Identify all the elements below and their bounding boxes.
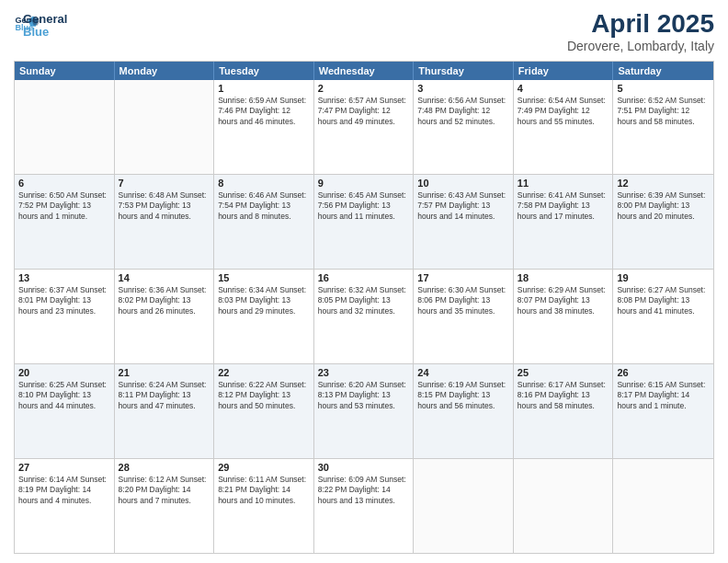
day-cell-4-2: 29Sunrise: 6:11 AM Sunset: 8:21 PM Dayli… [214, 459, 314, 553]
day-cell-4-4 [414, 459, 514, 553]
header-saturday: Saturday [613, 62, 713, 80]
day-number-21: 21 [119, 367, 210, 378]
week-row-3: 20Sunrise: 6:25 AM Sunset: 8:10 PM Dayli… [15, 363, 713, 458]
day-cell-1-6: 12Sunrise: 6:39 AM Sunset: 8:00 PM Dayli… [613, 175, 713, 269]
week-row-1: 6Sunrise: 6:50 AM Sunset: 7:52 PM Daylig… [15, 174, 713, 269]
day-number-5: 5 [617, 83, 710, 94]
day-cell-0-1 [115, 80, 215, 174]
day-number-13: 13 [18, 272, 110, 283]
day-cell-2-3: 16Sunrise: 6:32 AM Sunset: 8:05 PM Dayli… [314, 270, 415, 363]
day-number-17: 17 [417, 272, 509, 283]
day-number-9: 9 [318, 178, 410, 189]
day-cell-0-5: 4Sunrise: 6:54 AM Sunset: 7:49 PM Daylig… [514, 80, 614, 174]
day-info-25: Sunrise: 6:17 AM Sunset: 8:16 PM Dayligh… [518, 380, 609, 411]
day-cell-1-5: 11Sunrise: 6:41 AM Sunset: 7:58 PM Dayli… [514, 175, 614, 269]
day-number-11: 11 [518, 178, 609, 189]
day-info-23: Sunrise: 6:20 AM Sunset: 8:13 PM Dayligh… [318, 380, 410, 411]
day-info-29: Sunrise: 6:11 AM Sunset: 8:21 PM Dayligh… [218, 475, 310, 506]
week-row-2: 13Sunrise: 6:37 AM Sunset: 8:01 PM Dayli… [15, 269, 713, 363]
header-tuesday: Tuesday [214, 62, 314, 80]
day-number-3: 3 [417, 83, 509, 94]
page: General Blue General Blue April 2025 Der… [0, 0, 728, 563]
day-info-10: Sunrise: 6:43 AM Sunset: 7:57 PM Dayligh… [417, 190, 509, 222]
day-info-8: Sunrise: 6:46 AM Sunset: 7:54 PM Dayligh… [218, 190, 310, 222]
day-number-18: 18 [518, 272, 609, 283]
day-info-12: Sunrise: 6:39 AM Sunset: 8:00 PM Dayligh… [617, 190, 710, 222]
day-number-16: 16 [318, 272, 410, 283]
day-cell-2-1: 14Sunrise: 6:36 AM Sunset: 8:02 PM Dayli… [115, 270, 215, 363]
day-info-18: Sunrise: 6:29 AM Sunset: 8:07 PM Dayligh… [518, 285, 609, 316]
header-monday: Monday [115, 62, 215, 80]
day-cell-0-4: 3Sunrise: 6:56 AM Sunset: 7:48 PM Daylig… [414, 80, 514, 174]
day-number-25: 25 [518, 367, 609, 378]
day-info-24: Sunrise: 6:19 AM Sunset: 8:15 PM Dayligh… [417, 380, 509, 411]
day-cell-1-2: 8Sunrise: 6:46 AM Sunset: 7:54 PM Daylig… [214, 175, 314, 269]
day-cell-0-3: 2Sunrise: 6:57 AM Sunset: 7:47 PM Daylig… [314, 80, 415, 174]
day-number-28: 28 [119, 462, 210, 473]
day-info-1: Sunrise: 6:59 AM Sunset: 7:46 PM Dayligh… [218, 96, 310, 127]
day-cell-4-5 [514, 459, 614, 553]
subtitle: Derovere, Lombardy, Italy [567, 39, 714, 53]
day-number-30: 30 [318, 462, 410, 473]
day-info-21: Sunrise: 6:24 AM Sunset: 8:11 PM Dayligh… [119, 380, 210, 411]
day-info-5: Sunrise: 6:52 AM Sunset: 7:51 PM Dayligh… [617, 96, 710, 127]
main-title: April 2025 [567, 9, 714, 39]
day-number-23: 23 [318, 367, 410, 378]
day-info-6: Sunrise: 6:50 AM Sunset: 7:52 PM Dayligh… [18, 190, 110, 222]
day-info-16: Sunrise: 6:32 AM Sunset: 8:05 PM Dayligh… [318, 285, 410, 316]
day-cell-4-1: 28Sunrise: 6:12 AM Sunset: 8:20 PM Dayli… [115, 459, 215, 553]
day-number-1: 1 [218, 83, 310, 94]
day-info-7: Sunrise: 6:48 AM Sunset: 7:53 PM Dayligh… [119, 190, 210, 222]
week-row-4: 27Sunrise: 6:14 AM Sunset: 8:19 PM Dayli… [15, 458, 713, 553]
day-number-24: 24 [417, 367, 509, 378]
day-cell-3-4: 24Sunrise: 6:19 AM Sunset: 8:15 PM Dayli… [414, 364, 514, 458]
title-block: April 2025 Derovere, Lombardy, Italy [567, 9, 714, 53]
calendar-body: 1Sunrise: 6:59 AM Sunset: 7:46 PM Daylig… [15, 80, 713, 553]
day-cell-1-1: 7Sunrise: 6:48 AM Sunset: 7:53 PM Daylig… [115, 175, 215, 269]
day-info-28: Sunrise: 6:12 AM Sunset: 8:20 PM Dayligh… [119, 475, 210, 506]
day-info-17: Sunrise: 6:30 AM Sunset: 8:06 PM Dayligh… [417, 285, 509, 316]
logo-blue: Blue [23, 26, 67, 39]
day-cell-2-4: 17Sunrise: 6:30 AM Sunset: 8:06 PM Dayli… [414, 270, 514, 363]
week-row-0: 1Sunrise: 6:59 AM Sunset: 7:46 PM Daylig… [15, 80, 713, 174]
day-info-22: Sunrise: 6:22 AM Sunset: 8:12 PM Dayligh… [218, 380, 310, 411]
day-cell-0-2: 1Sunrise: 6:59 AM Sunset: 7:46 PM Daylig… [214, 80, 314, 174]
day-number-6: 6 [18, 178, 110, 189]
day-number-20: 20 [18, 367, 110, 378]
day-cell-3-1: 21Sunrise: 6:24 AM Sunset: 8:11 PM Dayli… [115, 364, 215, 458]
day-info-11: Sunrise: 6:41 AM Sunset: 7:58 PM Dayligh… [518, 190, 609, 222]
day-cell-0-6: 5Sunrise: 6:52 AM Sunset: 7:51 PM Daylig… [613, 80, 713, 174]
calendar: Sunday Monday Tuesday Wednesday Thursday… [14, 61, 714, 554]
day-info-3: Sunrise: 6:56 AM Sunset: 7:48 PM Dayligh… [417, 96, 509, 127]
calendar-header: Sunday Monday Tuesday Wednesday Thursday… [15, 62, 713, 80]
header-wednesday: Wednesday [314, 62, 415, 80]
header-thursday: Thursday [414, 62, 514, 80]
day-info-9: Sunrise: 6:45 AM Sunset: 7:56 PM Dayligh… [318, 190, 410, 222]
day-cell-2-5: 18Sunrise: 6:29 AM Sunset: 8:07 PM Dayli… [514, 270, 614, 363]
header-friday: Friday [514, 62, 614, 80]
day-cell-2-6: 19Sunrise: 6:27 AM Sunset: 8:08 PM Dayli… [613, 270, 713, 363]
day-number-7: 7 [119, 178, 210, 189]
day-cell-0-0 [15, 80, 115, 174]
day-info-2: Sunrise: 6:57 AM Sunset: 7:47 PM Dayligh… [318, 96, 410, 127]
day-info-15: Sunrise: 6:34 AM Sunset: 8:03 PM Dayligh… [218, 285, 310, 316]
day-cell-3-0: 20Sunrise: 6:25 AM Sunset: 8:10 PM Dayli… [15, 364, 115, 458]
day-cell-4-6 [613, 459, 713, 553]
day-cell-3-2: 22Sunrise: 6:22 AM Sunset: 8:12 PM Dayli… [214, 364, 314, 458]
day-number-27: 27 [18, 462, 110, 473]
day-info-20: Sunrise: 6:25 AM Sunset: 8:10 PM Dayligh… [18, 380, 110, 411]
day-info-13: Sunrise: 6:37 AM Sunset: 8:01 PM Dayligh… [18, 285, 110, 316]
day-cell-2-0: 13Sunrise: 6:37 AM Sunset: 8:01 PM Dayli… [15, 270, 115, 363]
day-number-29: 29 [218, 462, 310, 473]
day-cell-3-5: 25Sunrise: 6:17 AM Sunset: 8:16 PM Dayli… [514, 364, 614, 458]
day-info-14: Sunrise: 6:36 AM Sunset: 8:02 PM Dayligh… [119, 285, 210, 316]
day-number-2: 2 [318, 83, 410, 94]
day-cell-4-3: 30Sunrise: 6:09 AM Sunset: 8:22 PM Dayli… [314, 459, 415, 553]
day-number-15: 15 [218, 272, 310, 283]
day-number-14: 14 [119, 272, 210, 283]
day-cell-1-4: 10Sunrise: 6:43 AM Sunset: 7:57 PM Dayli… [414, 175, 514, 269]
day-cell-3-3: 23Sunrise: 6:20 AM Sunset: 8:13 PM Dayli… [314, 364, 415, 458]
day-number-22: 22 [218, 367, 310, 378]
day-number-12: 12 [617, 178, 710, 189]
day-info-27: Sunrise: 6:14 AM Sunset: 8:19 PM Dayligh… [18, 475, 110, 506]
